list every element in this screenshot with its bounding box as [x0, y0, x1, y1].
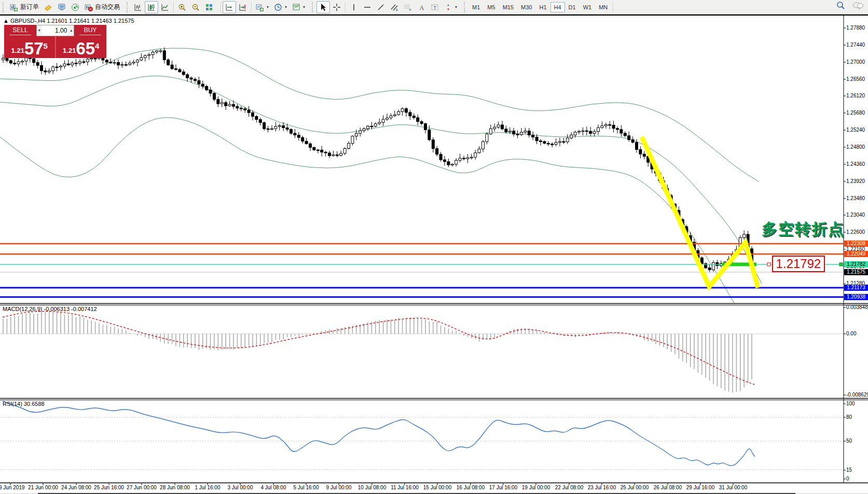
text-label-button[interactable]: T: [428, 1, 442, 13]
line-handle-square[interactable]: [839, 263, 843, 266]
arrows-button[interactable]: ▾: [442, 1, 460, 13]
rsi-pane[interactable]: [0, 401, 844, 470]
periods-button[interactable]: ▾: [271, 1, 290, 13]
bullish-candle: [136, 60, 139, 62]
bearish-candle: [213, 93, 216, 100]
bullish-candle: [359, 131, 362, 133]
bollinger-upper-band[interactable]: [0, 48, 759, 181]
bearish-candle: [301, 137, 304, 141]
chart-canvas[interactable]: [0, 16, 868, 494]
timeframe-h1[interactable]: H1: [535, 2, 550, 12]
macd-pane[interactable]: [0, 312, 844, 393]
terminal-button[interactable]: [55, 1, 68, 13]
bullish-candle: [601, 126, 603, 128]
line-chart-button[interactable]: [158, 1, 172, 13]
bearish-candle: [405, 109, 408, 112]
text-button[interactable]: A: [415, 1, 428, 13]
cursor-button[interactable]: [316, 1, 330, 13]
horizontal-line-button[interactable]: [361, 1, 374, 13]
timeframe-h4[interactable]: H4: [550, 2, 565, 12]
bearish-candle: [535, 137, 538, 140]
indicators-button[interactable]: ▾: [253, 1, 271, 13]
toolbar-grip[interactable]: [312, 2, 315, 12]
bullish-candle: [497, 125, 500, 127]
autotrading-label: 自动交易: [95, 3, 120, 11]
volume-increase-button[interactable]: ▲: [68, 25, 74, 36]
autotrading-icon: [85, 3, 93, 11]
trendline-button[interactable]: [374, 1, 388, 13]
bullish-candle: [367, 126, 369, 129]
bullish-candle: [455, 160, 458, 164]
equidistant-channel-button[interactable]: E: [388, 1, 401, 13]
bullish-candle: [332, 155, 335, 156]
bearish-candle: [316, 150, 319, 151]
bullish-candle: [71, 63, 74, 65]
sell-price[interactable]: 1.21575: [4, 36, 55, 58]
bar-chart-button[interactable]: [131, 1, 145, 13]
bullish-candle: [113, 62, 116, 63]
bearish-candle: [178, 69, 181, 72]
bullish-candle: [386, 118, 389, 119]
vertical-line-button[interactable]: [347, 1, 361, 13]
bullish-candle: [593, 132, 596, 134]
bullish-candle: [159, 51, 162, 52]
notebook-button[interactable]: [42, 1, 55, 13]
autotrading-button[interactable]: 自动交易: [82, 1, 122, 13]
bullish-candle: [382, 119, 384, 122]
text-label-icon: T: [431, 3, 439, 11]
bearish-candle: [463, 158, 465, 159]
channel-icon: E: [390, 3, 398, 11]
zoom-in-icon: [178, 3, 186, 11]
toolbar-separator: [613, 2, 613, 12]
main-pane[interactable]: [0, 47, 844, 317]
timeframe-m5[interactable]: M5: [484, 2, 499, 12]
bearish-candle: [436, 149, 438, 154]
fibonacci-button[interactable]: F: [401, 1, 415, 13]
bearish-candle: [44, 71, 47, 72]
tile-windows-button[interactable]: [202, 1, 216, 13]
trendline-icon: [377, 3, 385, 11]
timeframe-m30[interactable]: M30: [517, 2, 535, 12]
bearish-candle: [236, 106, 239, 108]
volume-decrease-button[interactable]: ▼: [37, 25, 42, 36]
callout-anchor-square[interactable]: [767, 263, 770, 266]
auto-scroll-button[interactable]: [223, 1, 236, 13]
toolbar-grip[interactable]: [464, 2, 467, 12]
bullish-candle: [489, 129, 492, 134]
chart-window[interactable]: ▲ GBPUSD-,H4 1.21601 1.21641 1.21463 1.2…: [0, 15, 868, 494]
timeframe-m1[interactable]: M1: [469, 2, 484, 12]
bearish-candle: [171, 65, 173, 68]
bullish-candle: [60, 66, 62, 67]
toolbar-grip[interactable]: [3, 2, 6, 12]
sell-button[interactable]: SELL: [4, 25, 36, 36]
timeframe-w1[interactable]: W1: [580, 2, 596, 12]
buy-price[interactable]: 1.21654: [56, 36, 107, 58]
bullish-candle: [355, 133, 357, 136]
templates-button[interactable]: ▾: [290, 1, 308, 13]
timeframe-d1[interactable]: D1: [565, 2, 580, 12]
vertical-line-icon: [350, 3, 358, 11]
zoom-out-button[interactable]: [189, 1, 202, 13]
zoom-in-button[interactable]: [175, 1, 189, 13]
bollinger-middle-band[interactable]: [0, 76, 762, 284]
chat-icon[interactable]: [852, 2, 864, 10]
search-icon[interactable]: [836, 1, 845, 10]
bearish-candle: [263, 123, 266, 129]
volume-input[interactable]: [42, 25, 69, 36]
buy-button[interactable]: BUY: [74, 25, 106, 36]
signal-button[interactable]: [68, 1, 82, 13]
toolbar-grip[interactable]: [127, 2, 130, 12]
timeframe-mn[interactable]: MN: [595, 2, 611, 12]
candlestick-chart-button[interactable]: [145, 1, 158, 13]
bullish-candle: [574, 132, 576, 135]
timeframe-m15[interactable]: M15: [499, 2, 517, 12]
bullish-candle: [582, 131, 584, 132]
chart-shift-button[interactable]: [236, 1, 250, 13]
macd-signal-line[interactable]: [3, 312, 755, 385]
new-order-button[interactable]: 新订单: [7, 1, 42, 13]
crosshair-button[interactable]: [330, 1, 343, 13]
rsi-line[interactable]: [3, 401, 755, 465]
bearish-candle: [417, 118, 419, 121]
bearish-candle: [294, 133, 296, 135]
bullish-candle: [363, 129, 365, 131]
